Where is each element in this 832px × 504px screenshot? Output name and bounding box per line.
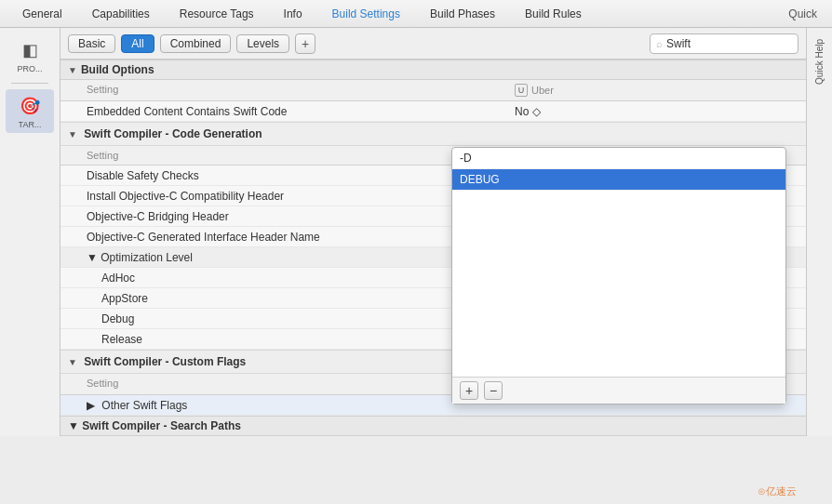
watermark: ⊙亿速云 <box>758 484 797 498</box>
build-options-arrow[interactable]: ▼ <box>68 65 77 75</box>
optimization-level-name: ▼ Optimization Level <box>60 248 507 267</box>
col-value-text: Uber <box>531 85 554 96</box>
filter-add-button[interactable]: + <box>295 33 315 54</box>
target-icon: 🎯 <box>17 93 43 119</box>
dropdown-popup: -D DEBUG + − <box>451 147 786 405</box>
swift-compiler-codegen-title: ▼ Swift Compiler - Code Generation <box>60 126 507 142</box>
search-icon: ⌕ <box>656 38 663 49</box>
dropdown-footer: + − <box>452 377 785 404</box>
col-value-label: U Uber <box>507 82 806 99</box>
swift-search-paths-label: ▼ Swift Compiler - Search Paths <box>68 419 241 432</box>
build-options-title: Build Options <box>81 63 154 76</box>
tab-resource-tags[interactable]: Resource Tags <box>165 0 269 27</box>
top-tab-bar: General Capabilities Resource Tags Info … <box>0 0 832 28</box>
right-panel: Quick Help <box>806 28 832 436</box>
setting-name: Objective-C Generated Interface Header N… <box>60 228 507 246</box>
sidebar-target-label: TAR... <box>19 120 42 129</box>
setting-name: Debug <box>60 310 507 328</box>
dropdown-add-button[interactable]: + <box>460 381 478 400</box>
swift-compiler-codegen-header: ▼ Swift Compiler - Code Generation <box>60 122 806 146</box>
other-swift-flags-arrow[interactable]: ▶ <box>87 399 95 412</box>
sidebar: ◧ PRO... 🎯 TAR... <box>0 28 60 436</box>
filter-combined-button[interactable]: Combined <box>160 34 232 53</box>
setting-name: Install Objective-C Compatibility Header <box>60 187 507 206</box>
quick-help-label: Quick <box>788 7 825 20</box>
swift-search-paths-header: ▼ Swift Compiler - Search Paths <box>60 416 806 436</box>
tab-capabilities[interactable]: Capabilities <box>77 0 165 27</box>
search-box: ⌕ ✕ <box>650 33 798 54</box>
right-panel-label: Quick Help <box>814 39 825 85</box>
swift-codegen-col-setting: Setting <box>60 148 507 163</box>
other-swift-flags-label: Other Swift Flags <box>101 399 187 412</box>
sidebar-divider <box>11 83 48 84</box>
col-value-icon: U <box>515 84 528 97</box>
tab-info[interactable]: Info <box>269 0 317 27</box>
filter-basic-button[interactable]: Basic <box>68 34 115 53</box>
setting-name: Release <box>60 330 507 349</box>
setting-name: Objective-C Bridging Header <box>60 207 507 226</box>
sidebar-project-label: PRO... <box>17 64 42 73</box>
swift-custom-flags-arrow[interactable]: ▼ <box>68 357 77 367</box>
dropdown-item-debug[interactable]: DEBUG <box>452 169 785 191</box>
filter-levels-button[interactable]: Levels <box>236 34 289 53</box>
filter-all-button[interactable]: All <box>121 34 154 53</box>
swift-codegen-arrow[interactable]: ▼ <box>68 129 77 139</box>
project-icon: ◧ <box>17 37 43 63</box>
tab-build-settings[interactable]: Build Settings <box>317 0 415 27</box>
swift-custom-flags-title: ▼ Swift Compiler - Custom Flags <box>60 353 507 370</box>
custom-flags-col-setting: Setting <box>60 376 507 392</box>
build-options-col-headers: Setting U Uber <box>60 80 806 101</box>
build-options-section-header: ▼ Build Options <box>60 60 806 80</box>
other-swift-flags-name: ▶ Other Swift Flags <box>60 396 507 415</box>
sidebar-item-project[interactable]: ◧ PRO... <box>6 33 54 77</box>
setting-name: Embedded Content Contains Swift Code <box>60 102 507 121</box>
swift-codegen-label: Swift Compiler - Code Generation <box>84 127 262 140</box>
tab-build-rules[interactable]: Build Rules <box>510 0 597 27</box>
dropdown-empty-area <box>452 191 785 377</box>
filter-bar: Basic All Combined Levels + ⌕ ✕ <box>60 28 806 60</box>
col-setting-label: Setting <box>60 82 507 99</box>
setting-name: Disable Safety Checks <box>60 166 507 185</box>
sidebar-item-target[interactable]: 🎯 TAR... <box>6 89 54 133</box>
tab-build-phases[interactable]: Build Phases <box>415 0 510 27</box>
setting-name: AdHoc <box>60 269 507 287</box>
table-row[interactable]: Embedded Content Contains Swift Code No … <box>60 101 806 122</box>
search-input[interactable] <box>666 37 806 50</box>
dropdown-item-d[interactable]: -D <box>452 148 785 169</box>
tab-general[interactable]: General <box>7 0 77 27</box>
setting-name: AppStore <box>60 289 507 308</box>
dropdown-remove-button[interactable]: − <box>484 381 503 400</box>
swift-custom-flags-label: Swift Compiler - Custom Flags <box>84 355 246 368</box>
setting-value: No ◇ <box>507 102 806 121</box>
